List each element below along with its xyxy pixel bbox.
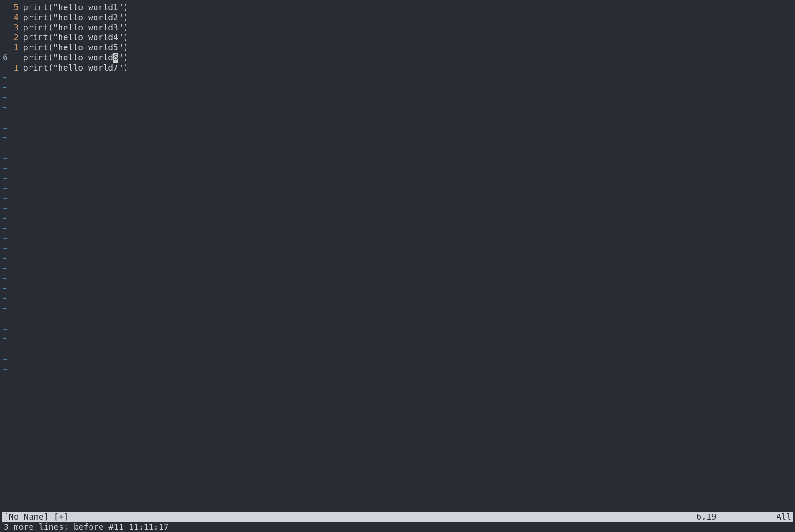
status-scroll: All xyxy=(776,512,792,522)
empty-line-tilde: ~ xyxy=(0,73,795,83)
empty-line-tilde: ~ xyxy=(0,103,795,113)
empty-line-tilde: ~ xyxy=(0,344,795,354)
empty-line-tilde: ~ xyxy=(0,254,795,264)
empty-line-tilde: ~ xyxy=(0,324,795,334)
message-bar: 3 more lines; before #11 11:11:17 xyxy=(2,522,793,532)
empty-line-tilde: ~ xyxy=(0,113,795,123)
empty-line-tilde: ~ xyxy=(0,233,795,243)
empty-line-tilde: ~ xyxy=(0,294,795,304)
empty-line-tilde: ~ xyxy=(0,173,795,183)
empty-line-tilde: ~ xyxy=(0,334,795,344)
line-number: 1 xyxy=(0,63,18,73)
line-content[interactable]: print("hello world4") xyxy=(18,32,128,42)
code-line[interactable]: 5print("hello world1") xyxy=(0,2,795,12)
code-line[interactable]: 3print("hello world3") xyxy=(0,23,795,33)
message-text: 3 more lines; before #11 11:11:17 xyxy=(4,522,169,532)
line-content[interactable]: print("hello world3") xyxy=(18,23,128,33)
empty-line-tilde: ~ xyxy=(0,203,795,213)
empty-line-tilde: ~ xyxy=(0,314,795,324)
editor-area[interactable]: 5print("hello world1")4print("hello worl… xyxy=(0,0,795,532)
code-line[interactable]: 4print("hello world2") xyxy=(0,12,795,23)
empty-line-tilde: ~ xyxy=(0,193,795,203)
code-line[interactable]: 1print("hello world7") xyxy=(0,63,795,73)
empty-line-tilde: ~ xyxy=(0,93,795,103)
empty-line-tilde: ~ xyxy=(0,284,795,294)
current-line-number: 6 xyxy=(0,53,9,63)
status-filename: [No Name] [+] xyxy=(4,512,696,522)
empty-line-tilde: ~ xyxy=(0,224,795,234)
line-number: 4 xyxy=(0,12,18,23)
code-line[interactable]: 1print("hello world5") xyxy=(0,42,795,53)
line-content[interactable]: print("hello world1") xyxy=(18,2,128,12)
current-line-content[interactable]: print("hello world6") xyxy=(18,53,128,63)
line-content[interactable]: print("hello world5") xyxy=(18,42,128,53)
empty-line-tilde: ~ xyxy=(0,213,795,224)
line-number: 1 xyxy=(0,42,18,53)
empty-line-tilde: ~ xyxy=(0,123,795,133)
empty-line-tilde: ~ xyxy=(0,364,795,374)
empty-line-tilde: ~ xyxy=(0,274,795,284)
empty-line-tilde: ~ xyxy=(0,354,795,364)
empty-line-tilde: ~ xyxy=(0,83,795,93)
empty-line-tilde: ~ xyxy=(0,133,795,143)
status-position: 6,19 xyxy=(696,512,776,522)
empty-line-tilde: ~ xyxy=(0,163,795,173)
line-content[interactable]: print("hello world7") xyxy=(18,63,128,73)
empty-line-tilde: ~ xyxy=(0,183,795,193)
cursor: 6 xyxy=(113,53,118,63)
status-bar: [No Name] [+] 6,19 All xyxy=(2,512,793,522)
current-line[interactable]: 6print("hello world6") xyxy=(0,53,795,63)
line-number: 5 xyxy=(0,2,18,12)
line-content[interactable]: print("hello world2") xyxy=(18,12,128,23)
line-number: 3 xyxy=(0,23,18,33)
empty-line-tilde: ~ xyxy=(0,243,795,254)
code-line[interactable]: 2print("hello world4") xyxy=(0,32,795,42)
empty-line-tilde: ~ xyxy=(0,153,795,163)
empty-line-tilde: ~ xyxy=(0,143,795,153)
empty-line-tilde: ~ xyxy=(0,304,795,314)
line-number: 2 xyxy=(0,32,18,42)
empty-line-tilde: ~ xyxy=(0,264,795,274)
